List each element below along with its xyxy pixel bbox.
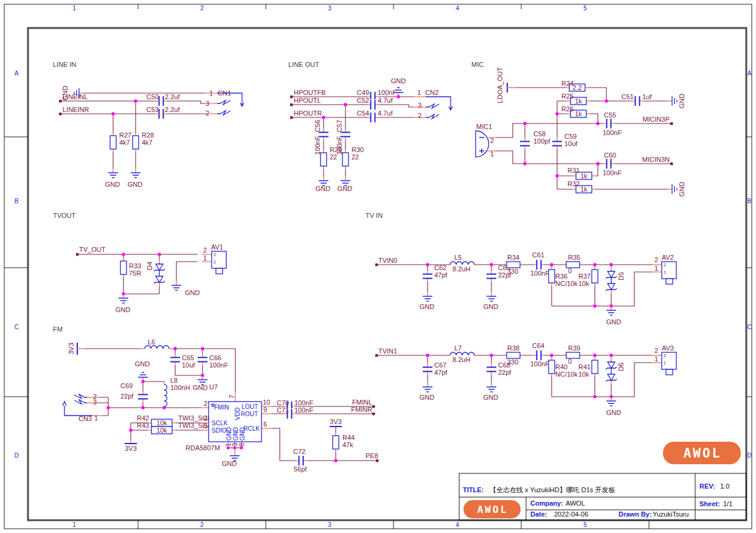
junction-dot [593, 304, 596, 307]
pin-number: 1 [94, 414, 98, 422]
capacitor-C66[interactable] [197, 354, 208, 366]
net-label-hpoutl[interactable]: HPOUTL [294, 97, 321, 104]
net-label-tvin0[interactable]: TVIN0 [378, 257, 397, 264]
resistor-R41[interactable] [592, 357, 598, 377]
capacitor-C62[interactable] [422, 270, 433, 282]
net-terminal [76, 253, 78, 256]
capacitor-C65[interactable] [170, 354, 181, 366]
pin-number: 8 [238, 443, 245, 447]
net-label-ldoa-out[interactable]: LDOA_OUT [496, 67, 504, 103]
gnd-symbol [131, 169, 140, 178]
resistor-R33[interactable] [120, 258, 127, 277]
ref-c52: C52 [357, 97, 369, 104]
net-label-fminl[interactable]: FMINL [352, 399, 372, 406]
ref-r38: R38 [507, 344, 519, 352]
junction-dot [426, 354, 429, 357]
net-label-pe8[interactable]: PE8 [366, 452, 378, 459]
section-line-in[interactable]: GND LINEINL LINEINR C50 2.2uf C53 2.2uf … [59, 86, 244, 188]
col-label: 2 [200, 5, 204, 12]
capacitor-C69[interactable] [137, 391, 148, 403]
inductor-L6[interactable] [141, 346, 173, 350]
resistor-R44[interactable] [333, 433, 339, 452]
capacitor-C61[interactable] [533, 259, 545, 270]
section-tvin0[interactable]: TVIN0 C62 47pf GND L5 8.2uH C63 22pf GND… [375, 251, 676, 326]
net-label-tvin1[interactable]: TVIN1 [378, 347, 397, 355]
resistor-R40[interactable] [549, 357, 555, 377]
net-label-tv-out[interactable]: TV_OUT [79, 246, 106, 253]
val-r36: NC/10k [555, 280, 578, 287]
section-tvout[interactable]: TV_OUT R33 75R D4 GND GND AV1 2 1 2 1 [76, 243, 226, 313]
diode-D4[interactable] [154, 259, 165, 286]
col-label: 2 [200, 521, 204, 528]
inductor-L8[interactable] [164, 385, 167, 406]
row-label: C [14, 324, 18, 330]
net-label-lineinl[interactable]: LINEINL [63, 93, 88, 100]
net-label-gnd: GND [420, 303, 435, 310]
val-c56: 100nF [314, 136, 321, 155]
capacitor-C67[interactable] [422, 363, 433, 375]
diode-D5[interactable] [606, 266, 617, 293]
resistor-R36[interactable] [549, 266, 555, 286]
connector-CN3-jack[interactable]: 2 3 1 CN3 [63, 393, 102, 422]
resistor-R30[interactable] [342, 150, 349, 169]
net-label-3v3[interactable]: 3V3 [125, 445, 137, 452]
pin-name-sclk: SCLK [212, 420, 227, 427]
pin-name-gnd: GND [239, 427, 246, 441]
pin-name-vdd: VDD [234, 407, 241, 420]
capacitor-C58[interactable] [519, 138, 530, 150]
schematic-canvas[interactable]: 1 2 3 4 5 1 2 3 4 5 A B C D A B C D LINE… [0, 0, 756, 533]
net-label-micin3p[interactable]: MICIN3P [642, 116, 670, 123]
capacitor-C64[interactable] [533, 350, 545, 361]
diode-D6[interactable] [606, 357, 617, 384]
net-label-3v3[interactable]: 3V3 [330, 418, 342, 425]
ref-av1: AV1 [211, 243, 223, 251]
capacitor-C59[interactable] [552, 138, 563, 150]
resistor-R39[interactable] [563, 352, 583, 358]
net-label-gnd[interactable]: GND [391, 77, 406, 85]
net-label-hpoutr[interactable]: HPOUTR [294, 110, 322, 117]
junction-dot [240, 447, 243, 450]
junction-dot [129, 428, 132, 431]
ref-r25: R25 [561, 92, 574, 100]
junction-dot [523, 122, 526, 125]
capacitor-C68[interactable] [486, 363, 497, 375]
resistor-R29[interactable] [321, 150, 327, 169]
net-label-gnd: GND [116, 306, 131, 313]
ref-r24: R24 [561, 80, 574, 87]
section-fm[interactable]: 3V3 L6 C65 10uf C66 100nF GND U7 GND C69… [63, 338, 378, 473]
pin-number: 3 [93, 399, 97, 406]
section-tvin1[interactable]: TVIN1 C67 47pf GND L7 8.2uH C68 22pf GND… [375, 342, 676, 416]
section-line-out[interactable]: GND HPOUTFB HPOUTL HPOUTR C49 100nF C52 … [290, 77, 453, 192]
ref-cn1: CN1 [218, 89, 231, 97]
ref-r44: R44 [342, 434, 355, 441]
capacitor-C63[interactable] [486, 270, 497, 282]
gnd-symbol [668, 184, 677, 194]
val-l5: 8.2uH [453, 265, 470, 273]
net-label-micin3n[interactable]: MICIN3N [642, 156, 670, 163]
heading-line-out: LINE OUT [288, 61, 319, 68]
ref-c70: C70 [277, 399, 289, 406]
net-label-3v3[interactable]: 3V3 [68, 343, 75, 355]
pin-name-rclk: RCLK [243, 425, 260, 432]
capacitor-C55[interactable] [603, 118, 615, 129]
capacitor-C72[interactable] [295, 455, 307, 466]
junction-dot [609, 354, 612, 357]
resistor-R37[interactable] [592, 266, 598, 286]
resistor-R38[interactable] [503, 352, 524, 358]
capacitor-C60[interactable] [603, 158, 615, 169]
net-label-hpoutfb[interactable]: HPOUTFB [294, 89, 326, 96]
net-terminal [59, 100, 61, 102]
resistor-R28[interactable] [133, 133, 139, 152]
gnd-symbol [606, 306, 616, 315]
net-label-fminr[interactable]: FMINR [351, 406, 372, 413]
net-label-lineinr[interactable]: LINEINR [63, 106, 89, 113]
section-mic[interactable]: LDOA_OUT R24 2.2 R25 1k R26 1k C51 1uf G… [476, 67, 685, 197]
row-label: A [747, 70, 752, 77]
resistor-R27[interactable] [110, 133, 116, 152]
row-label: A [15, 70, 19, 77]
junction-dot [173, 347, 176, 350]
ref-c54: C54 [357, 110, 369, 117]
pin-number: 1 [490, 150, 494, 158]
val-r43: 10k [156, 427, 167, 434]
resistor-R35[interactable] [563, 262, 583, 268]
